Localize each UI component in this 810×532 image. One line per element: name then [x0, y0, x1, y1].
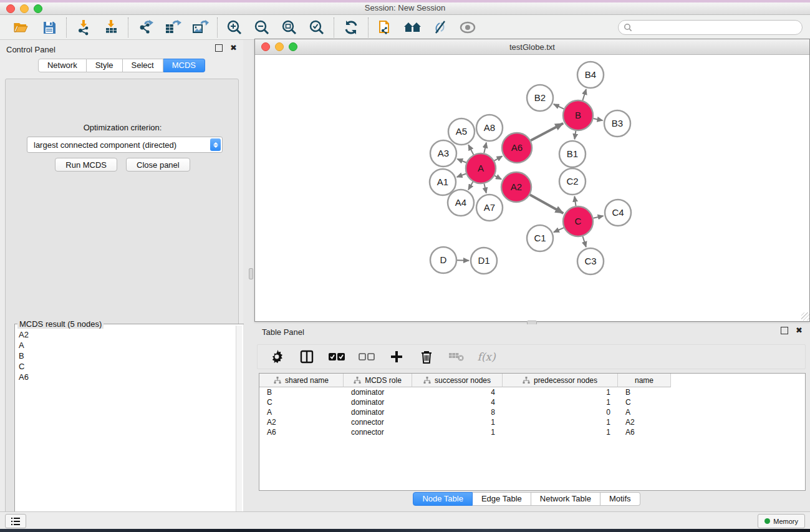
eye-icon[interactable]	[457, 17, 478, 37]
node-C3[interactable]: C3	[577, 248, 604, 274]
tab-motifs[interactable]: Motifs	[600, 492, 640, 506]
edge-A-A3[interactable]	[457, 159, 466, 163]
edge-A-A2[interactable]	[494, 176, 501, 180]
node-D1[interactable]: D1	[471, 248, 497, 274]
table-cell[interactable]: 4	[412, 397, 503, 407]
float-panel-icon[interactable]	[781, 327, 788, 334]
gear-icon[interactable]	[269, 349, 285, 365]
node-D[interactable]: D	[430, 247, 456, 273]
table-cell[interactable]: 0	[503, 407, 618, 417]
zoom-fit-icon[interactable]	[279, 17, 300, 37]
node-A8[interactable]: A8	[476, 115, 503, 141]
result-scrollbar[interactable]	[236, 326, 242, 532]
select-all-checks-icon[interactable]	[329, 349, 345, 365]
node-A6[interactable]: A6	[502, 133, 532, 163]
table-cell[interactable]: 4	[412, 387, 503, 397]
edge-A-A8[interactable]	[484, 142, 486, 153]
edge-B-B2[interactable]	[554, 104, 564, 109]
function-builder-icon[interactable]: f(x)	[478, 349, 494, 365]
node-A2[interactable]: A2	[501, 172, 531, 202]
mcds-result-item[interactable]: C	[16, 361, 236, 372]
table-cell[interactable]: A	[259, 407, 344, 417]
table-row[interactable]: Bdominator41B	[259, 387, 805, 397]
edge-C-C3[interactable]	[582, 236, 586, 247]
edge-A-A4[interactable]	[468, 182, 473, 190]
add-column-icon[interactable]	[388, 349, 405, 365]
tab-style[interactable]: Style	[87, 59, 123, 72]
mcds-result-item[interactable]: A	[16, 340, 236, 351]
node-B3[interactable]: B3	[604, 110, 630, 137]
node-C[interactable]: C	[563, 206, 593, 236]
table-cell[interactable]: A6	[259, 427, 344, 437]
table-cell[interactable]: 1	[503, 417, 618, 427]
table-cell[interactable]: 1	[412, 417, 503, 427]
export-network-icon[interactable]	[135, 17, 156, 37]
node-A5[interactable]: A5	[448, 118, 475, 145]
table-cell[interactable]: 1	[503, 427, 618, 437]
edge-A6-B[interactable]	[531, 123, 563, 141]
tab-mcds[interactable]: MCDS	[163, 59, 205, 72]
column-header-shared-name[interactable]: shared name	[259, 374, 344, 387]
table-cell[interactable]: 1	[503, 397, 618, 407]
table-cell[interactable]: A2	[618, 417, 671, 427]
mcds-result-item[interactable]: A2	[16, 329, 236, 340]
close-panel-icon[interactable]: ✖	[230, 45, 237, 51]
search-input[interactable]	[632, 21, 802, 34]
table-cell[interactable]: connector	[344, 417, 412, 427]
column-header-successor-nodes[interactable]: successor nodes	[412, 374, 503, 387]
table-cell[interactable]: dominator	[344, 397, 412, 407]
import-table-icon[interactable]	[100, 17, 122, 37]
tab-network[interactable]: Network	[38, 59, 87, 72]
node-B[interactable]: B	[563, 100, 593, 130]
panel-divider-grip[interactable]	[249, 268, 253, 279]
node-A4[interactable]: A4	[448, 190, 474, 216]
column-header-mcds-role[interactable]: MCDS role	[344, 374, 412, 387]
table-cell[interactable]: 1	[412, 427, 503, 437]
criterion-select[interactable]: largest connected component (directed)	[27, 137, 223, 153]
node-C1[interactable]: C1	[527, 225, 553, 251]
mcds-result-list[interactable]: A2ABCA6	[16, 329, 236, 532]
table-cell[interactable]: C	[259, 397, 344, 407]
export-image-icon[interactable]	[190, 17, 211, 37]
edge-C-C4[interactable]	[593, 216, 603, 218]
zoom-in-icon[interactable]	[224, 17, 245, 37]
node-B2[interactable]: B2	[527, 85, 553, 111]
table-cell[interactable]: A	[618, 407, 671, 417]
edge-C-C2[interactable]	[574, 196, 576, 206]
open-folder-icon[interactable]	[11, 17, 32, 37]
table-cell[interactable]: B	[618, 387, 671, 397]
split-columns-icon[interactable]	[299, 349, 315, 365]
column-header-predecessor-nodes[interactable]: predecessor nodes	[503, 374, 618, 387]
table-cell[interactable]: B	[259, 387, 344, 397]
table-cell[interactable]: A2	[259, 417, 344, 427]
table-cell[interactable]: 8	[412, 407, 503, 417]
table-cell[interactable]: dominator	[344, 407, 412, 417]
mcds-result-item[interactable]: B	[16, 351, 236, 361]
table-row[interactable]: Cdominator41C	[259, 397, 805, 407]
delete-column-icon[interactable]	[418, 349, 435, 365]
deselect-checks-icon[interactable]	[359, 349, 375, 365]
save-icon[interactable]	[39, 17, 60, 37]
edge-A-A6[interactable]	[494, 156, 503, 160]
table-row[interactable]: A2connector11A2	[259, 417, 805, 427]
table-row[interactable]: Adominator80A	[259, 407, 805, 417]
edge-A2-C[interactable]	[530, 195, 564, 213]
table-row[interactable]: A6connector11A6	[259, 427, 805, 437]
table-cell[interactable]: dominator	[344, 387, 412, 397]
node-A[interactable]: A	[466, 153, 496, 183]
close-panel-button[interactable]: Close panel	[126, 158, 190, 172]
node-A1[interactable]: A1	[430, 169, 456, 195]
hide-labels-icon[interactable]	[430, 17, 451, 37]
node-B1[interactable]: B1	[559, 141, 586, 167]
refresh-layout-icon[interactable]	[340, 17, 362, 37]
copy-network-icon[interactable]	[375, 17, 396, 37]
node-A3[interactable]: A3	[430, 140, 456, 167]
table-cell[interactable]: connector	[344, 427, 412, 437]
edge-B-B1[interactable]	[574, 131, 576, 140]
node-B4[interactable]: B4	[577, 62, 604, 88]
edge-A-A7[interactable]	[484, 183, 486, 193]
node-C4[interactable]: C4	[605, 200, 631, 226]
tab-edge-table[interactable]: Edge Table	[473, 492, 531, 506]
network-canvas[interactable]: B4B2BB3B1A5A8A6A3AA1C2A2A4A7C4CC1C3DD1	[255, 55, 809, 321]
table-cell[interactable]: 1	[503, 387, 618, 397]
